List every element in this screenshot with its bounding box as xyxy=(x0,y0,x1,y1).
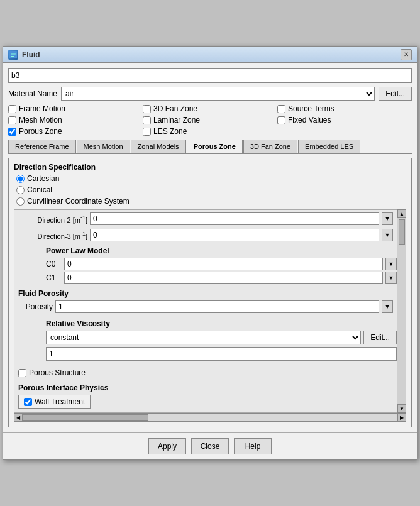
relative-viscosity-type-row: constant Edit... xyxy=(46,331,397,344)
tab-zonal-models[interactable]: Zonal Models xyxy=(131,140,186,153)
tab-reference-frame[interactable]: Reference Frame xyxy=(8,140,76,153)
direction2-label: Direction-2 [m-1] xyxy=(18,214,87,224)
porous-zone-checkbox-item: Porous Zone xyxy=(8,127,143,136)
frame-motion-checkbox-item: Frame Motion xyxy=(8,104,143,113)
radio-conical-input[interactable] xyxy=(16,186,25,194)
les-zone-checkbox-item: LES Zone xyxy=(143,127,277,136)
c0-input[interactable] xyxy=(64,258,383,270)
fluid-porosity-title: Fluid Porosity xyxy=(18,289,393,298)
close-icon[interactable]: ✕ xyxy=(401,49,412,60)
horiz-scroll-left-btn[interactable]: ◀ xyxy=(14,413,23,422)
title-bar: Fluid ✕ xyxy=(3,47,417,63)
porosity-dropdown-btn[interactable]: ▼ xyxy=(382,300,393,313)
power-law-model-title: Power Law Model xyxy=(46,246,397,255)
horiz-scroll-thumb[interactable] xyxy=(23,414,148,421)
direction2-input[interactable] xyxy=(90,212,379,225)
relative-viscosity-select[interactable]: constant xyxy=(46,331,361,344)
porous-structure-checkbox[interactable] xyxy=(18,369,26,377)
porosity-row: Porosity ▼ xyxy=(18,300,393,313)
material-select[interactable]: air xyxy=(61,87,375,101)
bottom-buttons: Apply Close Help xyxy=(3,432,417,459)
c1-dropdown-btn[interactable]: ▼ xyxy=(385,272,397,284)
vertical-scrollbar[interactable]: ▲ ▼ xyxy=(397,209,406,413)
source-terms-checkbox[interactable] xyxy=(277,105,285,113)
porous-zone-checkbox[interactable] xyxy=(8,128,16,136)
fluid-porosity-section: Fluid Porosity Porosity ▼ xyxy=(14,285,397,314)
tab-porous-zone[interactable]: Porous Zone xyxy=(187,140,243,153)
c0-label: C0 xyxy=(46,260,62,268)
direction3-input[interactable] xyxy=(90,229,379,241)
help-button[interactable]: Help xyxy=(234,438,272,454)
wall-treatment-box: Wall Treatment xyxy=(18,395,91,409)
wall-treatment-label: Wall Treatment xyxy=(35,397,85,406)
window-body: Material Name air Edit... Frame Motion 3… xyxy=(3,63,417,432)
horiz-scroll-right-btn[interactable]: ▶ xyxy=(397,413,406,422)
les-zone-checkbox[interactable] xyxy=(143,128,151,136)
porosity-input[interactable] xyxy=(55,300,379,313)
three-d-fan-zone-checkbox[interactable] xyxy=(143,105,151,113)
checkboxes-grid: Frame Motion 3D Fan Zone Source Terms Me… xyxy=(8,104,412,136)
horizontal-scrollbar: ◀ ▶ xyxy=(14,413,406,422)
material-name-label: Material Name xyxy=(8,89,57,98)
tab-3d-fan-zone[interactable]: 3D Fan Zone xyxy=(243,140,297,153)
les-zone-label: LES Zone xyxy=(153,127,187,136)
porous-zone-tab-content: Direction Specification Cartesian Conica… xyxy=(8,158,412,427)
window-icon xyxy=(8,50,18,60)
tab-embedded-les[interactable]: Embedded LES xyxy=(298,140,360,153)
c1-row: C1 ▼ xyxy=(46,272,397,284)
svg-rect-1 xyxy=(11,53,16,54)
radio-conical-label: Conical xyxy=(27,185,52,194)
relative-viscosity-section: Relative Viscosity constant Edit... xyxy=(46,319,397,361)
apply-button[interactable]: Apply xyxy=(148,438,186,454)
relative-viscosity-edit-button[interactable]: Edit... xyxy=(363,331,397,344)
fixed-values-label: Fixed Values xyxy=(288,116,331,124)
c0-row: C0 ▼ xyxy=(46,258,397,270)
material-edit-button[interactable]: Edit... xyxy=(379,87,412,101)
porous-structure-row: Porous Structure xyxy=(14,365,397,378)
direction3-label: Direction-3 [m-1] xyxy=(18,231,87,240)
fixed-values-checkbox-item: Fixed Values xyxy=(277,116,412,124)
wall-treatment-checkbox[interactable] xyxy=(24,398,32,406)
scroll-up-btn[interactable]: ▲ xyxy=(397,209,406,218)
radio-curvilinear-input[interactable] xyxy=(16,197,25,206)
radio-curvilinear: Curvilinear Coordinate System xyxy=(16,197,406,206)
svg-rect-3 xyxy=(11,56,14,57)
laminar-zone-label: Laminar Zone xyxy=(153,116,200,124)
tab-mesh-motion[interactable]: Mesh Motion xyxy=(77,140,130,153)
c0-dropdown-btn[interactable]: ▼ xyxy=(385,258,397,270)
laminar-zone-checkbox-item: Laminar Zone xyxy=(143,116,277,124)
radio-curvilinear-label: Curvilinear Coordinate System xyxy=(27,197,130,206)
source-terms-label: Source Terms xyxy=(288,104,334,113)
laminar-zone-checkbox[interactable] xyxy=(143,116,151,124)
c1-label: C1 xyxy=(46,273,62,282)
porous-interface-title: Porous Interface Physics xyxy=(18,383,393,392)
radio-cartesian-input[interactable] xyxy=(16,175,25,183)
relative-viscosity-value-input[interactable] xyxy=(46,347,397,361)
porous-structure-label: Porous Structure xyxy=(29,368,86,377)
scroll-area: Direction-2 [m-1] ▼ Direction-3 [m-1] ▼ … xyxy=(14,209,406,413)
porous-zone-label: Porous Zone xyxy=(19,127,62,136)
porous-interface-physics-section: Porous Interface Physics Wall Treatment xyxy=(14,378,397,412)
direction2-row: Direction-2 [m-1] ▼ xyxy=(14,210,397,226)
scroll-thumb[interactable] xyxy=(399,219,405,245)
frame-motion-checkbox[interactable] xyxy=(8,105,16,113)
tabs-container: Reference Frame Mesh Motion Zonal Models… xyxy=(8,140,412,154)
relative-viscosity-title: Relative Viscosity xyxy=(46,319,397,328)
frame-motion-label: Frame Motion xyxy=(19,104,65,113)
c1-input[interactable] xyxy=(64,272,383,284)
scroll-area-wrapper: Direction-2 [m-1] ▼ Direction-3 [m-1] ▼ … xyxy=(14,209,406,413)
window-title: Fluid xyxy=(22,50,40,59)
zone-name-input[interactable] xyxy=(8,68,412,83)
radio-conical: Conical xyxy=(16,185,406,194)
direction3-dropdown-btn[interactable]: ▼ xyxy=(382,229,393,241)
direction2-dropdown-btn[interactable]: ▼ xyxy=(382,212,393,225)
source-terms-checkbox-item: Source Terms xyxy=(277,104,412,113)
scroll-down-btn[interactable]: ▼ xyxy=(397,404,406,413)
mesh-motion-checkbox-item: Mesh Motion xyxy=(8,116,143,124)
direction-spec-title: Direction Specification xyxy=(14,163,406,172)
close-button[interactable]: Close xyxy=(191,438,229,454)
direction-radio-group: Cartesian Conical Curvilinear Coordinate… xyxy=(16,174,406,206)
mesh-motion-checkbox[interactable] xyxy=(8,116,16,124)
horiz-scroll-track xyxy=(23,414,397,421)
fixed-values-checkbox[interactable] xyxy=(277,116,285,124)
